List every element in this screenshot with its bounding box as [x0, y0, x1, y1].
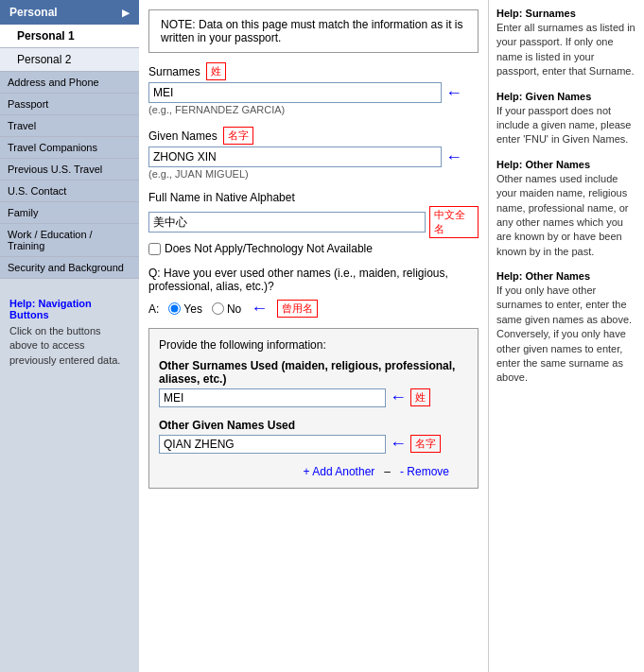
sidebar-item-travel-companions[interactable]: Travel Companions — [0, 137, 139, 159]
given-names-input[interactable] — [148, 146, 442, 167]
sidebar-help: Help: Navigation Buttons Click on the bu… — [0, 288, 139, 377]
no-label: No — [227, 302, 241, 316]
sidebar-item-security[interactable]: Security and Background — [0, 257, 139, 279]
full-name-section: Full Name in Native Alphabet 中文全名 Does N… — [148, 191, 479, 255]
other-given-section: Other Given Names Used ← 名字 — [159, 419, 468, 454]
surnames-arrow-icon: ← — [445, 83, 462, 103]
add-another-button[interactable]: + Add Another — [304, 465, 375, 478]
add-remove-row: + Add Another – - Remove — [159, 465, 468, 478]
yes-option[interactable]: Yes — [168, 302, 202, 316]
does-not-apply-row: Does Not Apply/Technology Not Available — [148, 242, 479, 255]
surnames-label: Surnames 姓 — [148, 62, 479, 80]
separator: – — [384, 465, 391, 478]
surnames-chinese-label: 姓 — [206, 62, 226, 80]
given-names-hint: (e.g., JUAN MIGUEL) — [148, 168, 479, 180]
other-given-field-row: ← 名字 — [159, 434, 468, 454]
surnames-input[interactable] — [148, 82, 442, 103]
help-other-text: Other names used include your maiden nam… — [496, 172, 636, 259]
other-surnames-arrow-icon: ← — [390, 388, 407, 407]
sidebar-item-family[interactable]: Family — [0, 202, 139, 224]
help-other2: Help: Other Names If you only have other… — [496, 270, 636, 386]
no-radio[interactable] — [212, 302, 224, 315]
other-given-arrow-icon: ← — [390, 434, 407, 454]
yes-label: Yes — [183, 302, 202, 316]
sidebar-item-personal1[interactable]: Personal 1 — [0, 25, 139, 48]
help-given-text: If your passport does not include a give… — [496, 104, 636, 147]
does-not-apply-checkbox[interactable] — [148, 243, 161, 255]
help-other2-text: If you only have other surnames to enter… — [496, 284, 636, 386]
help-other: Help: Other Names Other names used inclu… — [496, 159, 636, 259]
other-given-label: Other Given Names Used — [159, 419, 468, 432]
help-surnames: Help: Surnames Enter all surnames as lis… — [496, 8, 636, 79]
other-surnames-label: Other Surnames Used (maiden, religious, … — [159, 359, 468, 386]
surnames-field-row: ← — [148, 82, 479, 103]
yes-radio[interactable] — [168, 302, 181, 315]
no-option[interactable]: No — [212, 302, 241, 316]
surnames-section: Surnames 姓 ← (e.g., FERNANDEZ GARCIA) — [148, 62, 479, 115]
sidebar-item-us-contact[interactable]: U.S. Contact — [0, 181, 139, 202]
other-names-answer-row: A: Yes No ← 曾用名 — [148, 299, 479, 319]
other-surnames-field-row: ← 姓 — [159, 388, 468, 407]
given-names-arrow-icon: ← — [445, 147, 462, 167]
full-name-label: Full Name in Native Alphabet — [148, 191, 479, 204]
help-surnames-text: Enter all surnames as listed in your pas… — [496, 21, 636, 79]
given-names-field-row: ← — [148, 146, 479, 167]
given-names-chinese-label: 名字 — [223, 127, 253, 145]
sidebar-arrow-icon: ▶ — [122, 8, 130, 18]
given-names-label: Given Names 名字 — [148, 127, 479, 145]
answer-prefix: A: — [148, 302, 159, 316]
sidebar-item-prev-travel[interactable]: Previous U.S. Travel — [0, 159, 139, 181]
other-names-question-section: Q: Have you ever used other names (i.e.,… — [148, 267, 479, 319]
used-name-chinese: 曾用名 — [277, 300, 318, 318]
surnames-hint: (e.g., FERNANDEZ GARCIA) — [148, 104, 479, 115]
given-names-section: Given Names 名字 ← (e.g., JUAN MIGUEL) — [148, 127, 479, 180]
other-given-input[interactable] — [159, 435, 386, 454]
sidebar-item-address[interactable]: Address and Phone — [0, 72, 139, 94]
other-surnames-input[interactable] — [159, 388, 386, 407]
sidebar-item-passport[interactable]: Passport — [0, 94, 139, 115]
sidebar-item-work[interactable]: Work / Education / Training — [0, 224, 139, 257]
help-given: Help: Given Names If your passport does … — [496, 91, 636, 147]
other-names-question: Q: Have you ever used other names (i.e.,… — [148, 267, 479, 293]
provide-title: Provide the following information: — [159, 338, 468, 352]
sidebar-item-travel[interactable]: Travel — [0, 115, 139, 137]
full-name-input[interactable] — [148, 212, 426, 233]
other-surnames-section: Other Surnames Used (maiden, religious, … — [159, 359, 468, 407]
other-given-chinese-label: 名字 — [410, 435, 441, 453]
yes-no-arrow-icon: ← — [251, 299, 268, 319]
sidebar-item-personal2[interactable]: Personal 2 — [0, 48, 139, 72]
full-name-field-row: 中文全名 — [148, 206, 479, 238]
other-surnames-chinese-label: 姓 — [410, 388, 430, 406]
does-not-apply-label: Does Not Apply/Technology Not Available — [165, 242, 373, 255]
passport-note: NOTE: Data on this page must match the i… — [148, 9, 479, 53]
provide-section: Provide the following information: Other… — [148, 328, 479, 489]
remove-button[interactable]: - Remove — [400, 465, 449, 478]
full-name-chinese-label: 中文全名 — [429, 206, 479, 238]
sidebar-header: Personal ▶ — [0, 0, 139, 25]
help-panel: Help: Surnames Enter all surnames as lis… — [488, 0, 644, 672]
